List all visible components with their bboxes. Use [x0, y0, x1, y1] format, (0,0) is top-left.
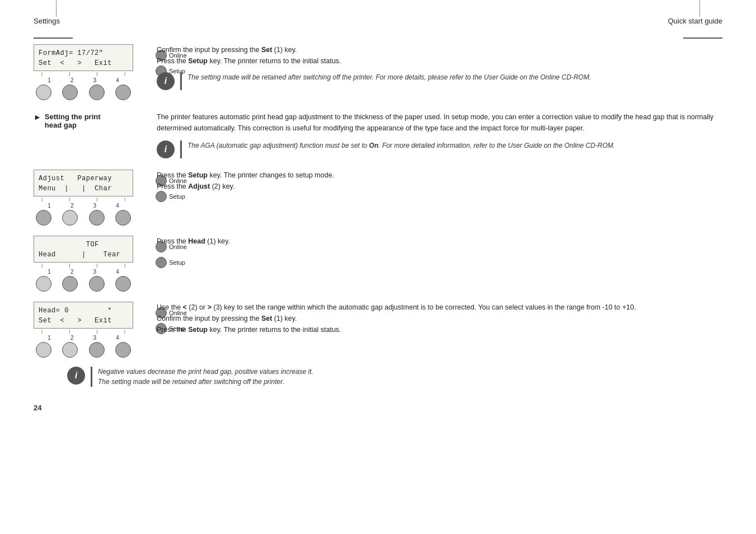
btn4[interactable] — [115, 85, 131, 100]
sub2-text-p: Press the Head (1) key. — [157, 236, 722, 247]
info-text-2: The AGA (automatic gap adjustment) funct… — [187, 140, 722, 151]
main-text-p: The printer features automatic print hea… — [157, 111, 722, 134]
sub3-setup-bold: Setup — [188, 326, 208, 334]
page-header: Settings Quick start guide — [34, 17, 722, 26]
vert-rule-left — [56, 0, 57, 17]
sub3-text-col: Use the < (2) or > (3) key to set the ra… — [145, 302, 722, 335]
sub2-btn4[interactable] — [115, 276, 131, 292]
top-text-p1: Confirm the input by pressing the Set (1… — [157, 44, 722, 67]
top-text-col: Confirm the input by pressing the Set (1… — [145, 44, 722, 96]
sub1-btn4[interactable] — [115, 210, 131, 226]
sub1-panel-wrap: Adjust Paperway Menu | | Char | | | | 1 … — [34, 170, 151, 226]
info-bar-2 — [180, 140, 182, 158]
main-text-col: The printer features automatic print hea… — [145, 111, 722, 164]
sub1-adjust-bold: Adjust — [188, 182, 210, 190]
top-section: FormAdj= 17/72" Set < > Exit | | | | 1 2… — [34, 44, 722, 100]
heading-text: Setting the print head gap — [45, 113, 101, 129]
sub1-setup-label: Setup — [169, 193, 185, 200]
sub3-btn4[interactable] — [115, 342, 131, 358]
tick1: | — [41, 71, 43, 76]
btn2[interactable] — [62, 85, 78, 100]
info-ital3-line1: Negative values decrease the print head … — [98, 368, 313, 376]
heading-line2: head gap — [45, 121, 77, 129]
main-heading-left: ► Setting the print head gap — [34, 111, 145, 129]
sub1-lcd-col: Adjust Paperway Menu | | Char | | | | 1 … — [34, 170, 145, 226]
info-box-3: i Negative values decrease the print hea… — [67, 367, 313, 387]
heading-line1: Setting the print — [45, 113, 101, 121]
info-icon-3: i — [67, 367, 85, 385]
tick4: | — [124, 71, 125, 76]
arrow-icon: ► — [34, 113, 41, 121]
info-icon-1: i — [157, 72, 175, 90]
top-lcd-line1: FormAdj= 17/72" — [39, 48, 128, 58]
sub2-setup-circle[interactable] — [156, 257, 167, 268]
num4: 4 — [110, 77, 125, 83]
top-tick-row: | | | | — [34, 71, 133, 76]
info-ital2: The AGA (automatic gap adjustment) funct… — [187, 142, 615, 149]
sub1-setup-circle[interactable] — [156, 191, 167, 202]
btn1[interactable] — [36, 85, 51, 100]
top-lcd-numbers: 1 2 3 4 — [34, 77, 133, 83]
sub3-lcd-col: Head= 0 * Set < > Exit | | | | 1 2 3 — [34, 302, 145, 358]
num2: 2 — [64, 77, 80, 83]
sub1-btn3[interactable] — [89, 210, 105, 226]
sub2-panel-and-side: TOF Head | Tear | | | | 1 2 3 4 — [34, 236, 145, 292]
sub1-btn1[interactable] — [36, 210, 51, 226]
tick3: | — [97, 71, 98, 76]
sub2-lcd-col: TOF Head | Tear | | | | 1 2 3 4 — [34, 236, 145, 292]
sub-section-2: TOF Head | Tear | | | | 1 2 3 4 — [34, 236, 722, 292]
vert-rule-right — [699, 0, 700, 17]
sub1-setup-btn[interactable]: Setup — [156, 191, 187, 202]
page: Settings Quick start guide FormAdj= 17/7… — [0, 0, 756, 534]
sub-section-1: Adjust Paperway Menu | | Char | | | | 1 … — [34, 170, 722, 226]
sub3-lcd-line2: Set < > Exit — [39, 316, 128, 326]
sub3-lcd-panel: Head= 0 * Set < > Exit — [34, 302, 133, 329]
sub1-tick-row: | | | | — [34, 196, 133, 202]
info-text-3: Negative values decrease the print head … — [98, 367, 313, 387]
sub2-lcd-line2: Head | Tear — [39, 250, 128, 260]
sub2-btn-row — [34, 276, 133, 292]
sub1-lcd-line1: Adjust Paperway — [39, 174, 128, 184]
sub1-btn2[interactable] — [62, 210, 78, 226]
sub2-lcd-line1: TOF — [39, 240, 128, 250]
sub3-lcd-line1: Head= 0 * — [39, 306, 128, 316]
sub3-tick-row: | | | | — [34, 329, 133, 334]
info-box-2: i The AGA (automatic gap adjustment) fun… — [157, 140, 722, 158]
btn3[interactable] — [89, 85, 105, 100]
header-left: Settings — [34, 17, 60, 25]
sub2-btn1[interactable] — [36, 276, 51, 292]
page-number: 24 — [34, 404, 41, 412]
info-text-1: The setting made will be retained after … — [187, 72, 722, 82]
num1: 1 — [41, 77, 57, 83]
section-heading: ► Setting the print head gap — [34, 113, 134, 129]
sub2-tick-row: | | | | — [34, 263, 133, 268]
info-ital3-line2: The setting made will be retained after … — [98, 378, 284, 386]
sub2-text-col: Press the Head (1) key. — [145, 236, 722, 247]
sub-section-3: Head= 0 * Set < > Exit | | | | 1 2 3 — [34, 302, 722, 358]
main-heading-section: ► Setting the print head gap The printer… — [34, 111, 722, 164]
setup-bold: Setup — [188, 57, 208, 65]
sub3-btn2[interactable] — [62, 342, 78, 358]
top-info-box: i The setting made will be retained afte… — [157, 72, 722, 90]
sub1-text-p: Press the Setup key. The printer changes… — [157, 170, 722, 192]
sub2-lcd-numbers: 1 2 3 4 — [34, 269, 133, 275]
info-bar-3 — [91, 367, 92, 387]
sub2-setup-btn[interactable]: Setup — [156, 257, 187, 268]
rule-line-right — [683, 38, 722, 39]
sub2-btn3[interactable] — [89, 276, 105, 292]
sub3-btn3[interactable] — [89, 342, 105, 358]
top-panel-and-side: FormAdj= 17/72" Set < > Exit | | | | 1 2… — [34, 44, 145, 100]
sub2-btn2[interactable] — [62, 276, 78, 292]
sub1-text-col: Press the Setup key. The printer changes… — [145, 170, 722, 192]
sub3-panel-wrap: Head= 0 * Set < > Exit | | | | 1 2 3 — [34, 302, 151, 358]
sub3-panel-and-side: Head= 0 * Set < > Exit | | | | 1 2 3 — [34, 302, 145, 358]
rule-line-left — [34, 38, 73, 39]
top-panel-wrap: FormAdj= 17/72" Set < > Exit | | | | 1 2… — [34, 44, 151, 100]
sub1-setup-bold: Setup — [188, 171, 208, 179]
header-right: Quick start guide — [668, 17, 722, 25]
sub3-text-p1: Use the < (2) or > (3) key to set the ra… — [157, 302, 722, 335]
sub3-btn1[interactable] — [36, 342, 51, 358]
sub1-panel-and-side: Adjust Paperway Menu | | Char | | | | 1 … — [34, 170, 145, 226]
sub3-lcd-numbers: 1 2 3 4 — [34, 335, 133, 341]
sub3-btn-row — [34, 342, 133, 358]
